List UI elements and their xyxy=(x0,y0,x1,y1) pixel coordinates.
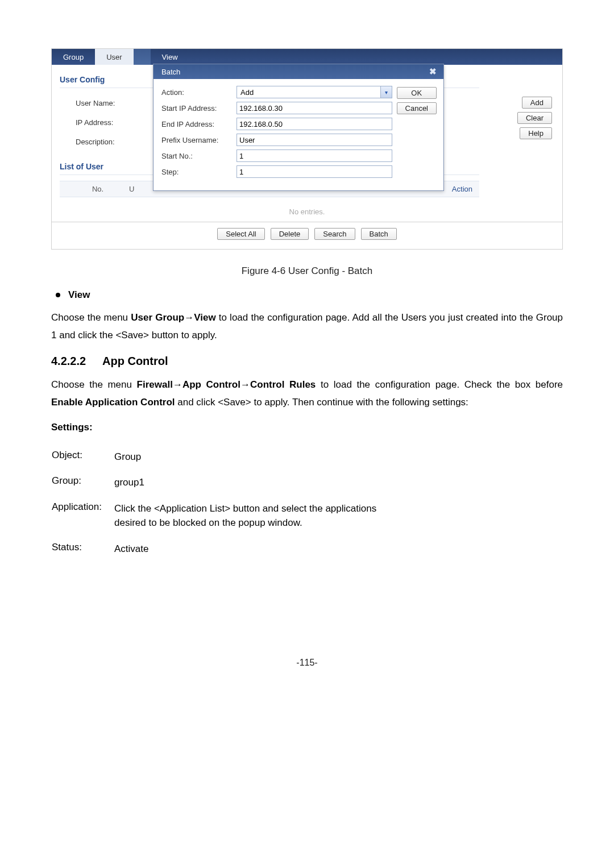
bullet-view-label: View xyxy=(68,289,90,301)
label-group: Group: xyxy=(51,475,114,491)
col-u: U xyxy=(129,185,152,193)
close-icon[interactable]: ✖ xyxy=(427,67,439,77)
no-entries-text: No entries. xyxy=(52,204,562,222)
batch-button[interactable]: Batch xyxy=(361,228,397,240)
batch-fields: Action: Add ▾ Start IP Address: End IP A… xyxy=(161,86,392,181)
search-button[interactable]: Search xyxy=(314,228,355,240)
bullet-icon xyxy=(56,293,60,297)
col-action: Action xyxy=(452,185,472,193)
value-group: group1 xyxy=(114,475,392,491)
batch-modal-header: Batch ✖ xyxy=(154,64,443,79)
batch-modal: Batch ✖ Action: Add ▾ xyxy=(153,64,444,191)
prefix-username-input[interactable] xyxy=(237,134,392,146)
select-all-button[interactable]: Select All xyxy=(217,228,264,240)
top-tabs: Group User View xyxy=(52,49,562,65)
step-input[interactable] xyxy=(237,165,392,178)
row-status: Status: Activate xyxy=(51,541,392,557)
row-group: Group: group1 xyxy=(51,475,392,491)
view-paragraph: Choose the menu User Group→View to load … xyxy=(51,309,563,344)
batch-modal-title: Batch xyxy=(161,68,180,76)
row-object: Object: Group xyxy=(51,449,392,465)
tab-user[interactable]: User xyxy=(95,49,133,65)
label-start-ip: Start IP Address: xyxy=(161,104,232,113)
label-step: Step: xyxy=(161,168,232,176)
tab-group[interactable]: Group xyxy=(52,49,95,65)
action-select[interactable]: Add ▾ xyxy=(237,86,392,98)
figure-caption: Figure 4-6 User Config - Batch xyxy=(51,265,563,277)
value-object: Group xyxy=(114,449,392,465)
label-application: Application: xyxy=(51,501,114,531)
page-number: -115- xyxy=(51,658,563,668)
side-buttons: Add Clear Help xyxy=(484,72,552,197)
action-select-value: Add xyxy=(237,86,380,98)
label-action: Action: xyxy=(161,88,232,97)
ok-button[interactable]: OK xyxy=(397,87,437,99)
start-ip-input[interactable] xyxy=(237,102,392,114)
tab-spacer xyxy=(189,49,562,65)
row-application: Application: Click the <Application List… xyxy=(51,501,392,531)
appcontrol-paragraph: Choose the menu Firewall→App Control→Con… xyxy=(51,376,563,412)
label-status: Status: xyxy=(51,541,114,557)
bullet-view: View xyxy=(51,289,563,301)
chevron-down-icon[interactable]: ▾ xyxy=(380,86,392,98)
heading-app-control: 4.2.2.2App Control xyxy=(51,355,563,368)
col-no: No. xyxy=(67,185,129,193)
end-ip-input[interactable] xyxy=(237,118,392,130)
delete-button[interactable]: Delete xyxy=(271,228,309,240)
cancel-button[interactable]: Cancel xyxy=(397,102,437,114)
label-object: Object: xyxy=(51,449,114,465)
tab-view[interactable]: View xyxy=(151,49,189,65)
bottom-bar: Select All Delete Search Batch xyxy=(52,222,562,249)
value-status: Activate xyxy=(114,541,392,557)
help-button[interactable]: Help xyxy=(520,127,552,139)
value-application: Click the <Application List> button and … xyxy=(114,501,392,531)
label-end-ip: End IP Address: xyxy=(161,120,232,128)
label-startno: Start No.: xyxy=(161,152,232,160)
clear-button[interactable]: Clear xyxy=(517,112,552,124)
settings-heading: Settings: xyxy=(51,422,563,433)
start-no-input[interactable] xyxy=(237,149,392,162)
router-ui-panel: Group User View User Config User Name: I… xyxy=(51,48,563,250)
add-button[interactable]: Add xyxy=(522,97,552,109)
settings-table: Object: Group Group: group1 Application:… xyxy=(51,439,392,567)
label-prefix: Prefix Username: xyxy=(161,136,232,144)
